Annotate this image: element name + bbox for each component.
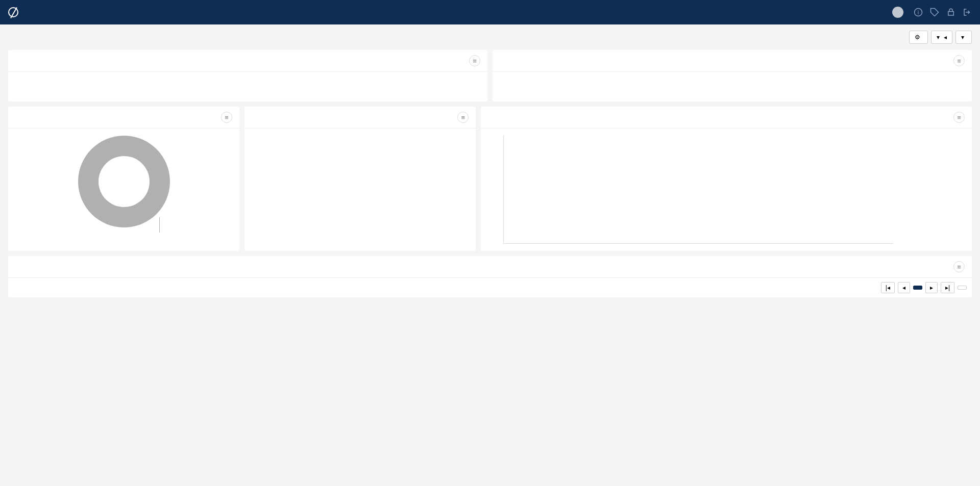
svg-text:i: i <box>918 9 919 15</box>
filter-icon: ▾ <box>937 34 940 41</box>
page-header: ⚙ ▾ ◂ ▾ <box>0 24 980 50</box>
top-nav-right: i <box>892 7 972 18</box>
chevron-left-icon: ◂ <box>944 34 947 41</box>
panel-top-hosts-bar: ≡ <box>244 107 476 251</box>
tag-icon[interactable] <box>930 8 939 17</box>
donut-chart <box>78 136 170 227</box>
brand-logo[interactable] <box>8 7 22 17</box>
info-icon[interactable]: i <box>914 8 923 17</box>
panel-trend-area: ≡ <box>481 107 972 251</box>
panel-menu-icon[interactable]: ≡ <box>953 55 965 66</box>
bar-chart <box>252 136 469 244</box>
page-next-button[interactable]: ▸ <box>925 282 938 293</box>
area-plot <box>503 136 893 244</box>
panel-menu-icon[interactable]: ≡ <box>221 112 232 123</box>
top-navbar: i <box>0 0 980 24</box>
logo-icon <box>8 7 18 17</box>
panel-block-hosts: ≡ <box>493 50 972 101</box>
panel-menu-icon[interactable]: ≡ <box>953 261 965 272</box>
panel-reason-donut: ≡ <box>8 107 239 251</box>
panel-menu-icon[interactable]: ≡ <box>469 55 480 66</box>
panel-menu-icon[interactable]: ≡ <box>457 112 469 123</box>
y-axis <box>488 136 503 244</box>
user-chip[interactable] <box>892 7 906 18</box>
panel-log-table: ≡ |◂ ◂ ▸ ▸| <box>8 256 972 297</box>
panel-block-count: ≡ <box>8 50 487 101</box>
lock-icon[interactable] <box>946 8 955 17</box>
reset-button[interactable]: ▾ <box>955 31 972 44</box>
total-count <box>958 286 967 290</box>
svg-rect-2 <box>948 12 954 16</box>
logout-icon[interactable] <box>963 8 972 17</box>
page-last-button[interactable]: ▸| <box>941 282 954 293</box>
settings-button[interactable]: ⚙ <box>909 31 928 44</box>
reset-icon: ▾ <box>961 34 964 41</box>
panel-menu-icon[interactable]: ≡ <box>953 112 965 123</box>
gear-icon: ⚙ <box>915 34 920 41</box>
page-first-button[interactable]: |◂ <box>881 282 895 293</box>
filter-button[interactable]: ▾ ◂ <box>931 31 952 44</box>
table-footer: |◂ ◂ ▸ ▸| <box>8 278 972 297</box>
page-controls: ⚙ ▾ ◂ ▾ <box>909 31 972 44</box>
page-number-button[interactable] <box>913 286 922 290</box>
page-prev-button[interactable]: ◂ <box>898 282 910 293</box>
avatar-icon <box>892 7 903 18</box>
